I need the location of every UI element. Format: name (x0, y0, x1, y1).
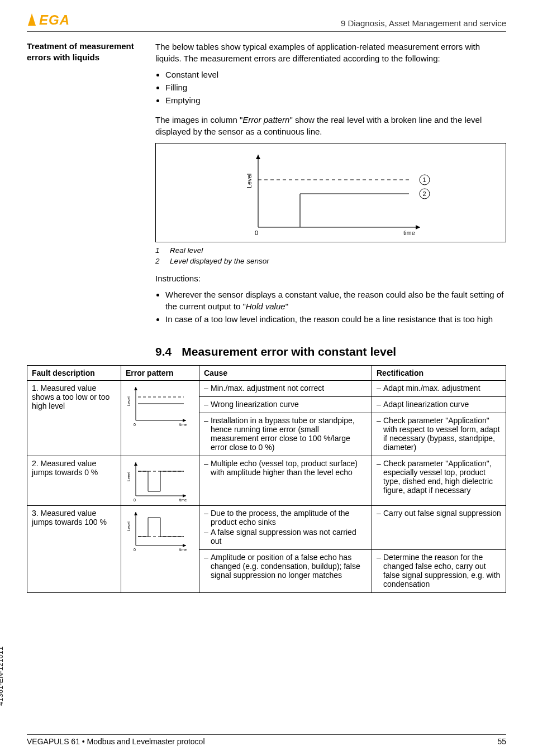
rectification-cell: Adapt linearization curve (372, 396, 506, 413)
cause-text: Wrong linearization curve (204, 400, 367, 409)
emphasis: Error pattern (242, 115, 289, 125)
rect-text: Adapt linearization curve (377, 400, 501, 409)
marker-1: 1 (423, 176, 426, 183)
cause-cell: Amplitude or position of a false echo ha… (199, 549, 372, 592)
aside-heading: Treatment of measurement errors with liq… (27, 41, 144, 333)
rect-text: Determine the reason for the changed fal… (377, 553, 501, 588)
fault-table: Fault description Error pattern Cause Re… (27, 365, 506, 593)
th-rectification: Rectification (372, 365, 506, 380)
fault-description-cell: 3. Measured value jumps towards 100 % (27, 505, 121, 592)
text: The images in column " (155, 115, 242, 125)
svg-text:0: 0 (134, 498, 136, 502)
level-time-figure: Level time 0 1 2 (155, 143, 506, 242)
cause-cell: Installation in a bypass tube or standpi… (199, 413, 372, 456)
caption-text: Level displayed by the sensor (170, 256, 269, 267)
instruction-item: In case of a too low level indication, t… (165, 313, 506, 325)
caption-text: Real level (170, 246, 203, 256)
svg-text:Level: Level (127, 472, 131, 481)
figure-caption: 1 Real level 2 Level displayed by the se… (155, 246, 506, 267)
bullet-item: Filling (165, 82, 506, 93)
rect-text: Carry out false signal suppression (377, 509, 501, 518)
cause-text: Min./max. adjustment not correct (204, 384, 367, 393)
section-header-title: 9 Diagnosis, Asset Management and servic… (341, 18, 506, 28)
text: " (285, 302, 288, 311)
caption-num: 2 (155, 256, 163, 267)
rectification-cell: Check parameter "Application" with respe… (372, 413, 506, 456)
intro-bullets: Constant level Filling Emptying (155, 69, 506, 106)
rectification-cell: Carry out false signal suppression (372, 505, 506, 549)
footer-left: VEGAPULS 61 • Modbus and Levelmaster pro… (27, 737, 205, 746)
page-footer: VEGAPULS 61 • Modbus and Levelmaster pro… (27, 734, 506, 746)
vega-logo-icon: EGA (27, 11, 88, 28)
rect-text: Adapt min./max. adjustment (377, 384, 501, 393)
svg-text:0: 0 (134, 548, 136, 552)
th-fault-description: Fault description (27, 365, 121, 380)
svg-text:EGA: EGA (39, 12, 70, 27)
rectification-cell: Determine the reason for the changed fal… (372, 549, 506, 592)
section-heading: 9.4Measurement error with constant level (155, 345, 506, 358)
text: Wherever the sensor displays a constant … (165, 290, 503, 311)
section-number: 9.4 (155, 345, 172, 358)
footer-page-number: 55 (497, 737, 506, 746)
origin-label: 0 (255, 229, 258, 236)
svg-text:Level: Level (127, 521, 131, 531)
instructions-list: Wherever the sensor displays a constant … (155, 289, 506, 325)
svg-marker-0 (28, 13, 36, 26)
cause-text: Multiple echo (vessel top, product surfa… (204, 459, 367, 477)
images-note: The images in column "Error pattern" sho… (155, 114, 506, 137)
error-pattern-cell: Level time 0 (121, 505, 199, 592)
th-cause: Cause (199, 365, 372, 380)
rect-text: Check parameter "Application", especiall… (377, 459, 501, 495)
svg-text:Level: Level (127, 396, 131, 406)
cause-text: Amplitude or position of a false echo ha… (204, 553, 367, 580)
cause-cell: Due to the process, the amplitude of the… (199, 505, 372, 549)
th-error-pattern: Error pattern (121, 365, 199, 380)
x-axis-label: time (403, 229, 415, 236)
side-doc-code: 41361-EN-121011 (0, 647, 4, 706)
marker-2: 2 (423, 190, 426, 197)
svg-text:time: time (179, 498, 187, 502)
bullet-item: Emptying (165, 94, 506, 106)
svg-text:time: time (179, 423, 187, 427)
bullet-item: Constant level (165, 69, 506, 80)
rectification-cell: Check parameter "Application", especiall… (372, 456, 506, 505)
rect-text: Check parameter "Application" with respe… (377, 416, 501, 452)
cause-cell: Wrong linearization curve (199, 396, 372, 413)
caption-num: 1 (155, 246, 163, 256)
emphasis: Hold value (246, 302, 285, 311)
svg-text:time: time (179, 548, 187, 552)
error-pattern-cell: Level time 0 (121, 456, 199, 505)
y-axis-label: Level (246, 174, 253, 188)
intro-paragraph: The below tables show typical examples o… (155, 41, 506, 64)
fault-description-cell: 1. Measured value shows a too low or too… (27, 380, 121, 456)
cause-text: A false signal suppression was not carri… (204, 528, 367, 546)
fault-description-cell: 2. Measured value jumps towards 0 % (27, 456, 121, 505)
cause-text: Installation in a bypass tube or standpi… (204, 416, 367, 452)
rectification-cell: Adapt min./max. adjustment (372, 380, 506, 396)
logo: EGA (27, 11, 88, 28)
section-title: Measurement error with constant level (182, 345, 396, 358)
cause-cell: Min./max. adjustment not correct (199, 380, 372, 396)
instruction-item: Wherever the sensor displays a constant … (165, 289, 506, 312)
instructions-label: Instructions: (155, 272, 506, 284)
cause-text: Due to the process, the amplitude of the… (204, 509, 367, 527)
error-pattern-cell: Level time 0 (121, 380, 199, 456)
cause-cell: Multiple echo (vessel top, product surfa… (199, 456, 372, 505)
svg-text:0: 0 (134, 423, 136, 427)
